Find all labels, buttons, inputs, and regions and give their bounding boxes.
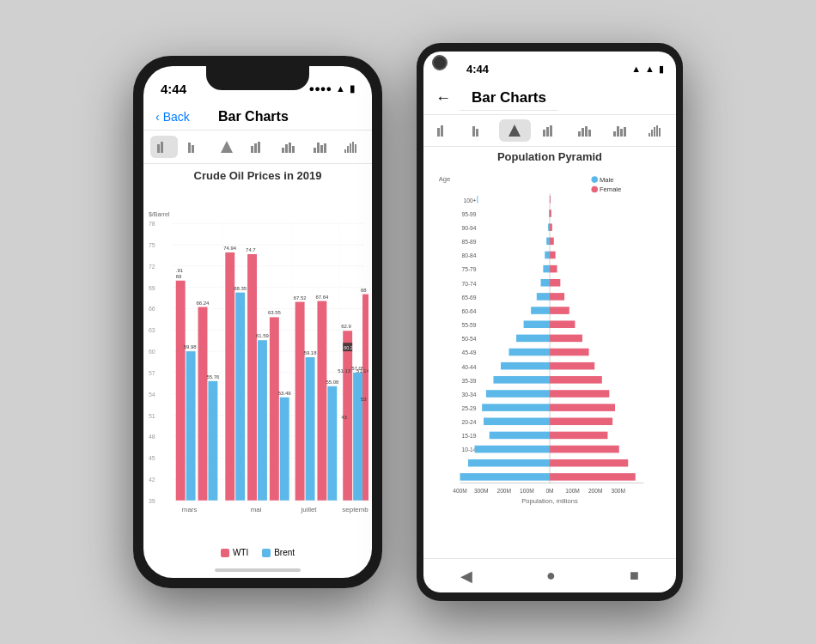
android-tab-bar2[interactable] [464, 119, 496, 142]
svg-rect-135 [524, 320, 550, 328]
svg-rect-141 [509, 349, 551, 356]
wti-bar-6 [295, 302, 305, 501]
android-tab-bar4[interactable] [569, 119, 600, 142]
chart-title: Crude Oil Prices in 2019 [147, 169, 368, 182]
svg-rect-9 [285, 144, 288, 153]
svg-text:10-14: 10-14 [462, 447, 477, 453]
wti-label: WTI [233, 548, 248, 557]
svg-text:57: 57 [149, 370, 155, 376]
svg-rect-12 [314, 148, 316, 153]
svg-text:63.55: 63.55 [268, 310, 282, 315]
brent-bar-4 [258, 340, 267, 501]
svg-text:septembre: septembre [342, 506, 368, 513]
svg-text:100+: 100+ [464, 197, 477, 204]
svg-rect-6 [254, 143, 257, 153]
android-nav: ← Bar Charts [423, 82, 676, 115]
svg-text:62.9: 62.9 [341, 324, 351, 329]
svg-text:59.18: 59.18 [304, 350, 318, 355]
svg-rect-1 [161, 142, 163, 153]
chart-area: Crude Oil Prices in 2019 $/Barrel 78 75 … [143, 164, 372, 562]
svg-rect-7 [258, 142, 260, 153]
svg-text:51: 51 [149, 413, 155, 419]
android-chart-tabs [423, 115, 676, 147]
svg-rect-108 [477, 196, 478, 204]
svg-text:15-19: 15-19 [462, 433, 477, 439]
android-chart-area: Population Pyramid Age Male Female [423, 147, 676, 558]
svg-text:60-64: 60-64 [462, 308, 477, 314]
tab-pyramid[interactable] [213, 136, 241, 158]
svg-rect-100 [656, 125, 658, 137]
svg-rect-148 [550, 376, 602, 384]
svg-rect-132 [531, 307, 550, 314]
legend-brent: Brent [262, 548, 295, 557]
tab-bar1[interactable] [150, 136, 178, 158]
android-back-button[interactable]: ← [435, 89, 451, 107]
svg-text:60: 60 [149, 349, 155, 355]
svg-rect-87 [546, 127, 549, 137]
svg-text:.91: .91 [176, 268, 184, 273]
iphone-nav: ‹ Back Bar Charts [143, 104, 372, 131]
svg-text:78: 78 [149, 221, 155, 227]
svg-text:75-79: 75-79 [462, 266, 477, 272]
svg-rect-147 [493, 376, 550, 384]
svg-rect-13 [317, 143, 320, 153]
tab-bar2[interactable] [181, 136, 209, 158]
main-scene: 4:44 ●●●● ▲ ▮ ‹ Back Bar Charts [0, 0, 816, 644]
svg-text:45: 45 [149, 455, 155, 461]
svg-text:35-39: 35-39 [462, 378, 477, 384]
back-button[interactable]: ‹ Back [155, 110, 190, 124]
android-back-nav-icon[interactable]: ◀ [460, 567, 472, 586]
svg-rect-81 [437, 128, 440, 137]
svg-rect-88 [550, 125, 552, 137]
svg-text:mai: mai [251, 506, 262, 513]
svg-rect-19 [352, 142, 354, 153]
wti-color [221, 549, 229, 557]
svg-text:90-94: 90-94 [462, 225, 477, 231]
svg-rect-126 [541, 279, 550, 287]
android-recents-icon[interactable]: ■ [630, 567, 639, 585]
svg-text:300M: 300M [611, 488, 625, 494]
tab-bar5[interactable] [306, 136, 333, 158]
svg-rect-84 [476, 129, 478, 137]
svg-rect-129 [537, 293, 550, 301]
brent-bar-7 [327, 386, 337, 501]
svg-rect-159 [490, 432, 550, 440]
tab-bar6[interactable] [338, 136, 365, 158]
android-tab-bar1[interactable] [429, 119, 460, 142]
svg-rect-94 [617, 126, 619, 137]
svg-text:39: 39 [149, 498, 155, 504]
svg-text:68.35: 68.35 [234, 286, 247, 291]
battery-icon: ▮ [350, 83, 355, 94]
svg-text:45-49: 45-49 [462, 349, 477, 355]
svg-rect-101 [659, 128, 661, 137]
svg-rect-139 [550, 335, 582, 343]
svg-rect-96 [624, 127, 626, 137]
svg-text:mars: mars [182, 506, 198, 513]
android-tab-bar5[interactable] [604, 119, 636, 142]
svg-text:Population, millions: Population, millions [521, 497, 578, 505]
android-tab-pyramid[interactable] [499, 119, 531, 142]
svg-marker-85 [508, 125, 521, 137]
android-time: 4:44 [466, 63, 489, 76]
tab-bar3[interactable] [244, 136, 271, 158]
svg-rect-93 [613, 131, 616, 137]
svg-rect-5 [251, 146, 253, 153]
svg-rect-11 [292, 146, 295, 153]
svg-text:48: 48 [149, 434, 155, 440]
svg-text:$/Barrel: $/Barrel [149, 211, 170, 217]
svg-rect-124 [550, 265, 557, 273]
tab-bar4[interactable] [275, 136, 302, 158]
android-tab-bar3[interactable] [534, 119, 566, 142]
svg-rect-169 [550, 473, 636, 481]
svg-text:400M: 400M [453, 488, 467, 494]
svg-text:69: 69 [149, 285, 155, 291]
svg-text:65-69: 65-69 [462, 295, 477, 301]
svg-text:25-29: 25-29 [462, 405, 477, 411]
svg-rect-133 [550, 307, 569, 314]
svg-text:72: 72 [149, 264, 155, 270]
page-title: Bar Charts [190, 109, 317, 125]
android-home-icon[interactable]: ● [546, 567, 556, 585]
android-tab-bar6[interactable] [639, 119, 671, 142]
svg-rect-17 [347, 146, 349, 153]
pyramid-chart: Age Male Female 100+ [425, 165, 674, 556]
